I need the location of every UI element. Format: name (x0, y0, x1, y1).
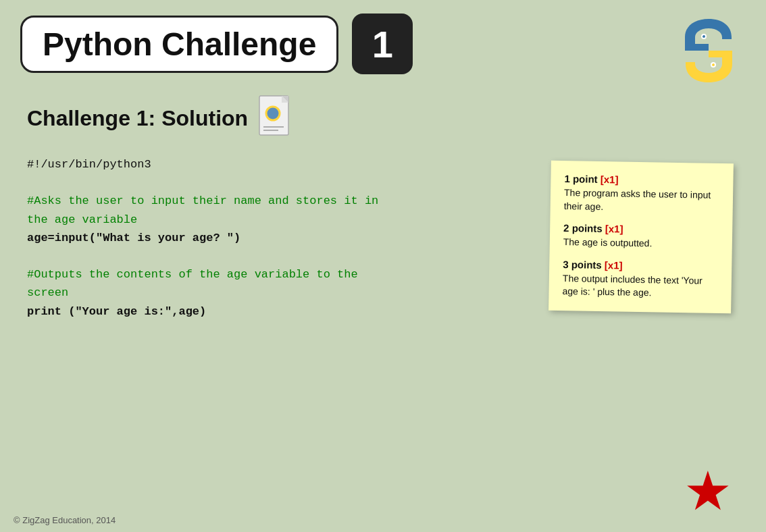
criterion-1-title: 1 point [x1] (564, 173, 719, 187)
file-icon (258, 95, 295, 142)
svg-point-6 (711, 63, 713, 64)
criterion-2-title: 2 points [x1] (563, 222, 719, 236)
number-badge: 1 (352, 14, 413, 74)
copyright-text: © ZigZag Education, 2014 (14, 515, 116, 525)
criterion-2: 2 points [x1] The age is outputted. (563, 222, 719, 252)
python-logo-icon (671, 14, 746, 88)
criterion-3-title: 3 points [x1] (563, 259, 718, 273)
criterion-1: 1 point [x1] The program asks the user t… (564, 173, 720, 215)
criterion-1-desc: The program asks the user to input their… (564, 186, 720, 215)
criterion-3: 3 points [x1] The output includes the te… (562, 259, 718, 301)
svg-point-5 (702, 34, 703, 36)
title-badge: Python Challenge (20, 16, 338, 73)
criterion-2-desc: The age is outputted. (563, 236, 719, 252)
challenge-number: 1 (372, 22, 393, 66)
star-icon: ★ (684, 464, 732, 518)
header: Python Challenge 1 (0, 0, 766, 88)
footer: © ZigZag Education, 2014 (14, 515, 116, 525)
main-title: Python Challenge (43, 26, 316, 63)
section-title-area: Challenge 1: Solution (27, 95, 739, 142)
sticky-note: 1 point [x1] The program asks the user t… (548, 161, 734, 314)
section-title: Challenge 1: Solution (27, 106, 248, 131)
criterion-3-desc: The output includes the text 'Your age i… (562, 272, 718, 301)
